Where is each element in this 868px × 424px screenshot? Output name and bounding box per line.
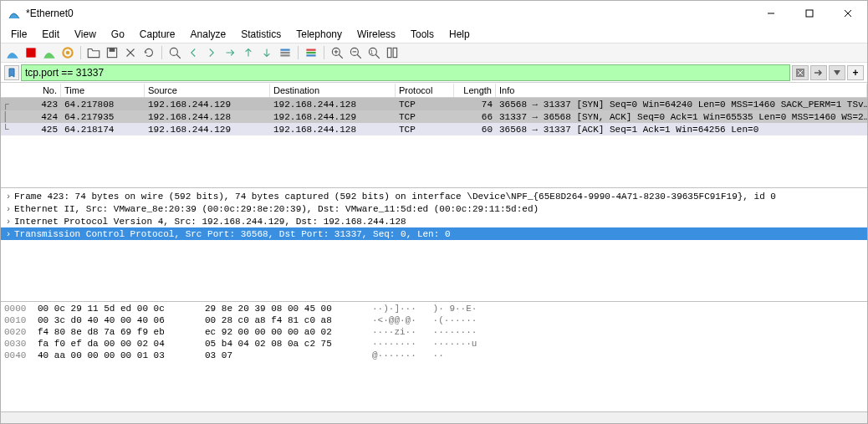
svg-rect-16 <box>306 49 315 51</box>
menu-tools[interactable]: Tools <box>404 27 441 42</box>
maximize-button[interactable] <box>790 1 829 26</box>
expand-arrow-icon[interactable]: › <box>3 229 14 238</box>
cell-no: 424 <box>11 112 61 122</box>
menu-statistics[interactable]: Statistics <box>234 27 288 42</box>
hex-bytes: 03 07 <box>205 350 372 362</box>
hex-row[interactable]: 0030fa f0 ef da 00 00 02 0405 b4 04 02 0… <box>4 339 864 350</box>
toolbar-sep <box>324 46 324 59</box>
capture-options-icon[interactable] <box>59 44 76 61</box>
protocol-tree-item[interactable]: ›Ethernet II, Src: VMware_8e:20:39 (00:0… <box>1 202 867 215</box>
zoom-out-icon[interactable] <box>347 44 364 61</box>
protocol-tree-item[interactable]: ›Transmission Control Protocol, Src Port… <box>1 227 867 240</box>
svg-point-11 <box>170 48 177 55</box>
detail-text: Internet Protocol Version 4, Src: 192.16… <box>14 217 406 227</box>
go-to-packet-icon[interactable] <box>222 44 238 61</box>
column-time[interactable]: Time <box>61 84 145 97</box>
menu-help[interactable]: Help <box>442 27 477 42</box>
svg-rect-13 <box>280 49 289 51</box>
hex-bytes: 00 0c 29 11 5d ed 00 0c <box>38 304 205 315</box>
hex-ascii: ··)·]··· )· 9··E· <box>372 304 864 315</box>
protocol-tree-item[interactable]: ›Frame 423: 74 bytes on wire (592 bits),… <box>1 190 867 202</box>
menu-file[interactable]: File <box>4 27 33 42</box>
hex-row[interactable]: 004040 aa 00 00 00 00 01 0303 07@·······… <box>4 350 864 362</box>
column-no[interactable]: No. <box>11 84 61 97</box>
filter-add-button[interactable]: + <box>847 65 864 80</box>
go-back-icon[interactable] <box>185 44 202 61</box>
hex-ascii: ········ ·······u <box>372 339 864 350</box>
filter-history-icon[interactable] <box>829 65 845 80</box>
menu-edit[interactable]: Edit <box>35 27 66 42</box>
packet-row[interactable]: ┌42364.217808192.168.244.129192.168.244.… <box>1 98 867 110</box>
detail-text: Ethernet II, Src: VMware_8e:20:39 (00:0c… <box>14 204 539 214</box>
save-file-icon[interactable] <box>104 44 120 61</box>
packet-details-pane[interactable]: ›Frame 423: 74 bytes on wire (592 bits),… <box>1 188 867 302</box>
cell-no: 423 <box>11 100 61 110</box>
expand-arrow-icon[interactable]: › <box>3 217 14 226</box>
zoom-in-icon[interactable] <box>329 44 345 61</box>
go-last-icon[interactable] <box>258 44 275 61</box>
expand-arrow-icon[interactable]: › <box>3 204 14 213</box>
column-info[interactable]: Info <box>496 84 867 97</box>
cell-source: 192.168.244.129 <box>145 100 270 110</box>
hex-bytes: 29 8e 20 39 08 00 45 00 <box>205 304 372 315</box>
go-first-icon[interactable] <box>240 44 257 61</box>
cell-no: 425 <box>11 125 61 135</box>
filter-apply-icon[interactable] <box>810 65 827 80</box>
hex-row[interactable]: 0020f4 80 8e d8 7a 69 f9 ebec 92 00 00 0… <box>4 327 864 339</box>
menu-view[interactable]: View <box>68 27 103 42</box>
protocol-tree-item[interactable]: ›Internet Protocol Version 4, Src: 192.1… <box>1 215 867 227</box>
reload-icon[interactable] <box>140 44 157 61</box>
find-packet-icon[interactable] <box>166 44 183 61</box>
conversation-line-icon: │ <box>1 112 11 121</box>
auto-scroll-icon[interactable] <box>277 44 294 61</box>
hex-row[interactable]: 001000 3c d0 40 40 00 40 0600 28 c0 a8 f… <box>4 315 864 327</box>
column-protocol[interactable]: Protocol <box>396 84 454 97</box>
svg-rect-14 <box>280 52 289 54</box>
column-length[interactable]: Length <box>454 84 496 97</box>
cell-time: 64.217808 <box>61 100 145 110</box>
detail-text: Transmission Control Protocol, Src Port:… <box>14 229 451 239</box>
start-capture-icon[interactable] <box>4 44 21 61</box>
column-destination[interactable]: Destination <box>270 84 396 97</box>
cell-source: 192.168.244.129 <box>145 125 270 135</box>
hex-row[interactable]: 000000 0c 29 11 5d ed 00 0c29 8e 20 39 0… <box>4 304 864 315</box>
svg-rect-1 <box>806 10 813 17</box>
menu-go[interactable]: Go <box>105 27 131 42</box>
menu-capture[interactable]: Capture <box>133 27 182 42</box>
svg-rect-15 <box>280 54 289 56</box>
go-forward-icon[interactable] <box>203 44 220 61</box>
packet-bytes-pane[interactable]: 000000 0c 29 11 5d ed 00 0c29 8e 20 39 0… <box>1 302 867 411</box>
close-button[interactable] <box>829 1 867 26</box>
packet-list-header[interactable]: No. Time Source Destination Protocol Len… <box>1 83 867 98</box>
hex-offset: 0000 <box>4 304 38 315</box>
minimize-button[interactable] <box>752 1 790 26</box>
menu-analyze[interactable]: Analyze <box>184 27 233 42</box>
packet-row[interactable]: └42564.218174192.168.244.129192.168.244.… <box>1 123 867 135</box>
menu-wireless[interactable]: Wireless <box>350 27 402 42</box>
restart-capture-icon[interactable] <box>41 44 58 61</box>
window-buttons <box>752 1 867 26</box>
display-filter-input[interactable] <box>21 64 790 81</box>
resize-columns-icon[interactable] <box>384 44 401 61</box>
svg-line-12 <box>176 54 181 59</box>
colorize-icon[interactable] <box>303 44 319 61</box>
filter-bar: + <box>1 63 867 83</box>
column-source[interactable]: Source <box>145 84 270 97</box>
cell-destination: 192.168.244.128 <box>270 125 396 135</box>
expand-arrow-icon[interactable]: › <box>3 192 14 201</box>
packet-row[interactable]: │42464.217935192.168.244.128192.168.244.… <box>1 110 867 123</box>
open-file-icon[interactable] <box>85 44 102 61</box>
cell-protocol: TCP <box>396 125 454 135</box>
menu-telephony[interactable]: Telephony <box>289 27 349 42</box>
hex-bytes: 05 b4 04 02 08 0a c2 75 <box>205 339 372 350</box>
statusbar <box>1 411 867 423</box>
close-file-icon[interactable] <box>122 44 139 61</box>
filter-bookmark-icon[interactable] <box>4 65 19 80</box>
filter-clear-icon[interactable] <box>792 65 809 80</box>
stop-capture-icon[interactable] <box>23 44 39 61</box>
svg-point-6 <box>66 51 70 55</box>
svg-rect-17 <box>306 52 315 54</box>
hex-offset: 0040 <box>4 350 38 362</box>
packet-list-pane[interactable]: No. Time Source Destination Protocol Len… <box>1 83 867 188</box>
zoom-reset-icon[interactable]: 1 <box>365 44 382 61</box>
